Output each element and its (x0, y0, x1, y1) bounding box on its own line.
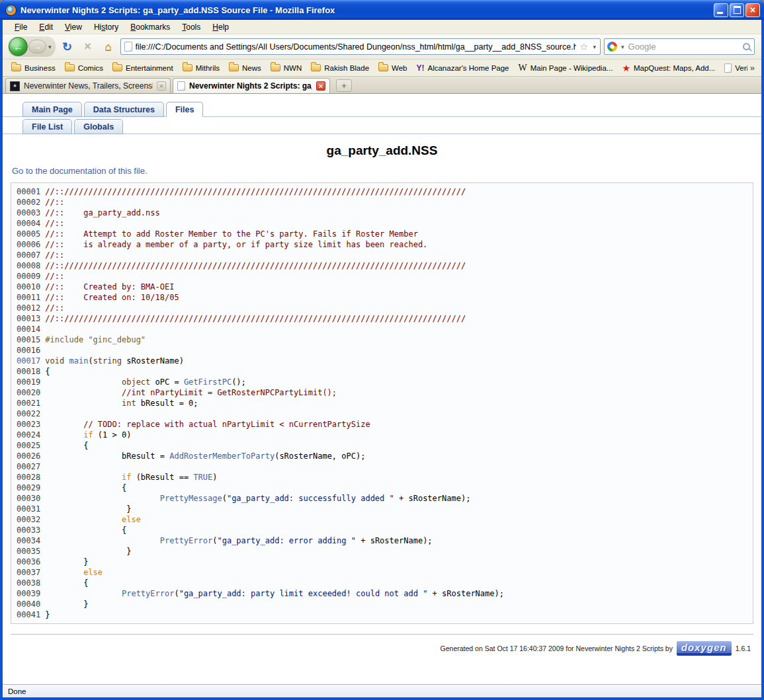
bookmark-star-icon[interactable]: ☆ (579, 42, 588, 52)
code-link[interactable]: PrettyMessage (160, 494, 222, 503)
menu-view[interactable]: View (60, 21, 87, 33)
code-token: } (45, 547, 131, 556)
line-number[interactable]: 00017 (17, 356, 45, 366)
bookmark-label: Rakish Blade (324, 64, 369, 72)
bookmark-alcanazar-s-home-page[interactable]: Y!Alcanazar's Home Page (412, 62, 514, 74)
new-tab-button[interactable]: + (336, 79, 352, 92)
search-magnifier-icon[interactable] (743, 43, 750, 50)
code-line: 00013 //:://////////////////////////////… (17, 313, 747, 324)
bookmark-news[interactable]: News (224, 63, 266, 73)
page-icon (124, 42, 132, 52)
code-link[interactable]: AddRosterMemberToParty (169, 451, 275, 461)
dox-tab-main-page[interactable]: Main Page (22, 102, 82, 117)
code-line: 00009 //:: (17, 271, 747, 282)
code-line: 00032 else (17, 514, 747, 525)
code-line: 00025 { (17, 440, 747, 451)
back-button[interactable]: ← (9, 37, 28, 56)
code-link[interactable]: GetFirstPC (184, 377, 232, 387)
doxygen-logo[interactable]: doxygen (677, 641, 732, 656)
code-token: + sRosterName); (356, 536, 433, 545)
code-token: { (45, 525, 126, 535)
bookmark-label: Comics (78, 64, 103, 72)
tab-close-icon[interactable]: × (157, 81, 166, 91)
menu-edit[interactable]: Edit (34, 21, 58, 33)
google-icon (607, 42, 617, 52)
code-link[interactable]: PrettyError (122, 589, 174, 598)
line-number: 00041 (17, 610, 45, 619)
code-line: 00026 bResult = AddRosterMemberToParty(s… (17, 451, 747, 461)
menu-file[interactable]: File (9, 21, 32, 33)
code-line: 00041 } (17, 609, 747, 620)
address-bar[interactable]: file:///C:/Documents and Settings/All Us… (120, 38, 601, 55)
line-number: 00027 (17, 462, 45, 471)
window-title: Neverwinter Nights 2 Scripts: ga_party_a… (21, 5, 710, 15)
bookmark-rakish-blade[interactable]: Rakish Blade (306, 63, 374, 73)
menu-tools[interactable]: Tools (177, 21, 206, 33)
window-titlebar[interactable]: Neverwinter Nights 2 Scripts: ga_party_a… (0, 0, 764, 20)
forward-button[interactable]: → (28, 40, 46, 54)
code-line: 00012 //:: (17, 303, 747, 313)
minimize-button[interactable] (714, 3, 728, 17)
code-line: 00007 //:: (17, 250, 747, 260)
window-controls: × (714, 3, 760, 17)
bookmark-mithrils[interactable]: Mithrils (178, 63, 224, 73)
code-token: ) (212, 473, 217, 482)
code-token: (sRosterName, oPC); (275, 451, 365, 461)
bookmark-nwn[interactable]: NWN (266, 63, 306, 73)
menu-help[interactable]: Help (207, 21, 234, 33)
search-engine-dropdown-icon[interactable]: ▾ (620, 44, 626, 50)
bookmark-business[interactable]: Business (7, 63, 60, 73)
code-token: ( (174, 589, 179, 598)
close-button[interactable]: × (745, 3, 760, 17)
history-dropdown-icon[interactable]: ▾ (47, 44, 53, 50)
code-line: 00028 if (bResult == TRUE) (17, 472, 747, 483)
bookmark-verizonmail-com[interactable]: VerizonMail.com (720, 62, 747, 74)
bookmark-label: MapQuest: Maps, Add... (634, 64, 715, 72)
bookmark-main-page-wikipedia[interactable]: WMain Page - Wikipedia... (514, 61, 618, 75)
code-token (45, 494, 159, 503)
line-number: 00023 (17, 420, 45, 429)
dox-tab-file-list[interactable]: File List (22, 119, 72, 134)
footer-text: Generated on Sat Oct 17 16:40:37 2009 fo… (441, 644, 673, 652)
menu-bookmarks[interactable]: Bookmarks (125, 21, 175, 33)
code-token (45, 589, 122, 598)
page-content: Main PageData StructuresFiles File ListG… (3, 94, 761, 684)
code-line: 00038 { (17, 578, 747, 588)
code-token: //int nPartyLimit = GetRosterNPCPartyLim… (122, 388, 337, 397)
maximize-button[interactable] (730, 3, 744, 17)
code-token: // TODO: replace with actual nPartyLimit… (83, 420, 370, 429)
code-link[interactable]: TRUE (193, 473, 212, 482)
documentation-link[interactable]: Go to the documentation of this file. (12, 166, 148, 176)
dox-tab-files[interactable]: Files (166, 102, 204, 117)
browser-tab-neverwinter-nights-2-scripts-ga[interactable]: Neverwinter Nights 2 Scripts: ga_...× (173, 78, 330, 93)
code-token: } (45, 504, 131, 514)
bookmark-label: VerizonMail.com (735, 64, 747, 72)
browser-tab-neverwinter-news-trailers-screensho[interactable]: ✦Neverwinter News, Trailers, Screensho..… (5, 78, 171, 93)
bookmark-label: Web (392, 64, 407, 72)
stop-button[interactable]: × (79, 38, 97, 56)
code-token: if (122, 473, 131, 482)
dox-tab-globals[interactable]: Globals (74, 119, 123, 134)
dox-tab-data-structures[interactable]: Data Structures (84, 102, 164, 117)
bookmark-web[interactable]: Web (374, 63, 411, 73)
tab-close-icon[interactable]: × (316, 81, 325, 91)
search-input[interactable]: Google (628, 42, 740, 52)
bookmark-comics[interactable]: Comics (60, 63, 108, 73)
bookmarks-overflow-chevron[interactable]: » (747, 63, 757, 73)
code-link[interactable]: main (69, 356, 89, 366)
line-number: 00019 (17, 377, 45, 387)
url-text[interactable]: file:///C:/Documents and Settings/All Us… (136, 42, 576, 52)
home-button[interactable]: ⌂ (100, 38, 117, 56)
code-token: { (45, 367, 50, 376)
search-box[interactable]: ▾ Google (604, 38, 755, 55)
bookmark-entertainment[interactable]: Entertainment (108, 63, 178, 73)
line-number: 00003 (17, 208, 45, 217)
code-line: 00024 if (1 > 0) (17, 430, 747, 440)
url-dropdown-icon[interactable]: ▾ (591, 44, 597, 50)
refresh-button[interactable]: ↻ (59, 38, 76, 56)
code-line: 00022 (17, 408, 747, 419)
code-link[interactable]: PrettyError (160, 536, 212, 545)
bookmark-mapquest-maps-add[interactable]: ★MapQuest: Maps, Add... (617, 61, 720, 75)
menu-history[interactable]: History (89, 21, 124, 33)
folder-icon (378, 64, 388, 71)
